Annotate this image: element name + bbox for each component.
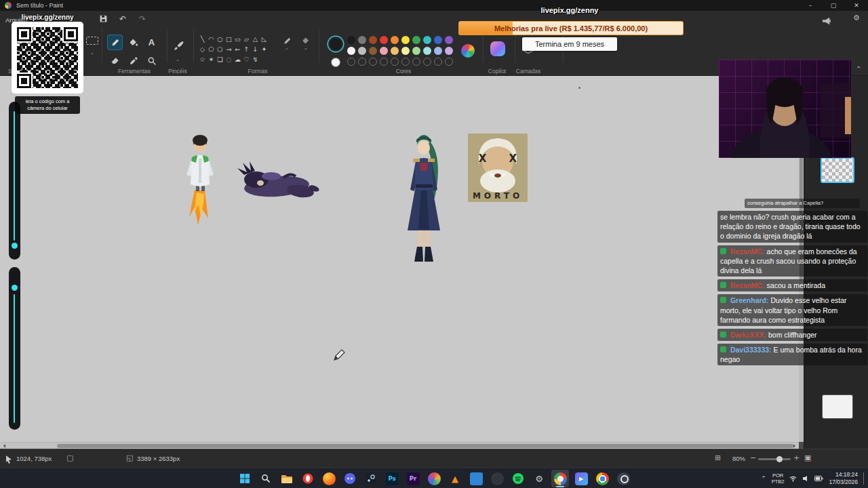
taskbar-app-premiere[interactable]: Pr	[404, 470, 422, 487]
layer-thumbnail-background[interactable]	[822, 394, 853, 419]
taskbar-app-firefox[interactable]	[320, 470, 338, 487]
taskbar-app-steam[interactable]	[362, 470, 380, 487]
palette-empty-slot[interactable]	[391, 58, 399, 66]
select-caret-icon[interactable]: ⌄	[90, 50, 94, 56]
palette-color[interactable]	[380, 47, 388, 55]
palette-color[interactable]	[347, 47, 355, 55]
feedback-icon[interactable]	[822, 16, 831, 28]
shape-rect-callout-icon[interactable]: ❏	[216, 54, 224, 64]
stream-slider-top[interactable]	[9, 102, 20, 260]
shape-oval-callout-icon[interactable]: ◌	[224, 54, 233, 64]
foreground-color-well[interactable]	[330, 38, 342, 50]
clock[interactable]: 14:18:24 17/03/2026	[829, 471, 858, 485]
shape-right-arrow-icon[interactable]: →	[224, 44, 233, 54]
shape-five-point-star-icon[interactable]: ☆	[198, 54, 207, 64]
shape-cloud-callout-icon[interactable]: ☁	[233, 54, 242, 64]
background-color-well[interactable]	[331, 58, 340, 67]
shape-right-triangle-icon[interactable]: ◺	[260, 34, 269, 44]
save-icon[interactable]	[99, 14, 108, 25]
color-picker-tool[interactable]	[125, 53, 141, 68]
shape-six-point-star-icon[interactable]: ✶	[207, 54, 216, 64]
scroll-right-icon[interactable]	[793, 444, 797, 448]
palette-color[interactable]	[347, 36, 355, 44]
stream-slider-bottom[interactable]	[9, 267, 20, 430]
shape-heart-icon[interactable]: ♡	[242, 54, 251, 64]
brushes-caret-icon[interactable]: ⌄	[176, 57, 180, 62]
minimize-button[interactable]: –	[799, 0, 822, 11]
wifi-icon[interactable]	[789, 475, 797, 482]
palette-empty-slot[interactable]	[445, 58, 453, 66]
eraser-tool[interactable]	[107, 53, 123, 68]
zoom-level-value[interactable]: 80%	[732, 455, 745, 462]
taskbar-app-vscode[interactable]	[467, 470, 485, 487]
palette-color[interactable]	[412, 36, 420, 44]
taskbar-app-media[interactable]: ▶	[572, 470, 590, 487]
shape-triangle-icon[interactable]: △	[251, 34, 260, 44]
palette-color[interactable]	[445, 47, 453, 55]
settings-gear-icon[interactable]: ⚙	[853, 14, 860, 22]
palette-empty-slot[interactable]	[347, 58, 355, 66]
palette-color[interactable]	[369, 36, 377, 44]
palette-empty-slot[interactable]	[358, 58, 366, 66]
show-desktop-button[interactable]	[863, 472, 865, 485]
shape-four-point-star-icon[interactable]: ✦	[260, 44, 269, 54]
taskbar-app-opera[interactable]	[299, 470, 317, 487]
shape-oval-icon[interactable]: ○	[216, 34, 224, 44]
taskbar-app-chrome[interactable]	[593, 470, 611, 487]
palette-color[interactable]	[412, 47, 420, 55]
shape-rounded-rectangle-icon[interactable]: ▭	[233, 34, 242, 44]
shape-curve-icon[interactable]: ◠	[207, 34, 216, 44]
taskbar-app-paint-active[interactable]	[551, 470, 569, 487]
fill-tool[interactable]	[125, 35, 141, 50]
taskbar-app-photoshop[interactable]: Ps	[383, 470, 401, 487]
palette-color[interactable]	[358, 36, 366, 44]
hscroll-thumb[interactable]	[57, 444, 793, 448]
shape-fill-button[interactable]: ⌄	[298, 37, 313, 56]
shape-hexagon-icon[interactable]: ⬡	[216, 44, 224, 54]
shape-diamond-icon[interactable]: ◇	[198, 44, 207, 54]
copilot-icon[interactable]	[490, 41, 505, 56]
pencil-tool[interactable]	[107, 35, 123, 50]
scroll-left-icon[interactable]	[1, 444, 5, 448]
taskbar-app-obs[interactable]	[614, 470, 632, 487]
palette-color[interactable]	[369, 47, 377, 55]
palette-color[interactable]	[434, 36, 442, 44]
palette-color[interactable]	[445, 36, 453, 44]
palette-color[interactable]	[423, 47, 431, 55]
fit-to-screen-button[interactable]: ▣	[804, 453, 811, 462]
palette-empty-slot[interactable]	[423, 58, 431, 66]
maximize-button[interactable]: ▢	[822, 0, 845, 11]
palette-color[interactable]	[358, 47, 366, 55]
zoom-in-button[interactable]: +	[793, 453, 800, 462]
taskbar-app-settings[interactable]: ⚙	[530, 470, 548, 487]
edit-colors-button[interactable]	[461, 44, 475, 58]
taskbar-app-github[interactable]	[488, 470, 506, 487]
palette-empty-slot[interactable]	[412, 58, 420, 66]
palette-color[interactable]	[401, 36, 410, 44]
palette-empty-slot[interactable]	[401, 58, 410, 66]
zoom-out-button[interactable]: −	[750, 453, 756, 462]
taskbar-app-start[interactable]	[236, 470, 254, 487]
palette-color[interactable]	[391, 47, 399, 55]
shape-down-arrow-icon[interactable]: ↓	[251, 44, 260, 54]
palette-empty-slot[interactable]	[380, 58, 388, 66]
taskbar-app-vlc[interactable]: ▲	[446, 470, 464, 487]
shape-lightning-icon[interactable]: ↯	[251, 54, 260, 64]
palette-color[interactable]	[391, 36, 399, 44]
palette-color[interactable]	[423, 36, 431, 44]
magnifier-tool[interactable]	[144, 53, 159, 68]
drawing-canvas[interactable]: X X MORTO	[0, 76, 799, 442]
text-tool[interactable]: A	[144, 35, 159, 50]
battery-icon[interactable]	[814, 476, 823, 481]
horizontal-scrollbar[interactable]	[0, 442, 799, 449]
shape-outline-button[interactable]: ⌄	[279, 37, 294, 56]
grid-toggle-icon[interactable]: ⊞	[715, 453, 721, 462]
select-tool-icon[interactable]	[86, 37, 98, 45]
language-indicator[interactable]: POR PTB2	[772, 472, 785, 485]
tray-chevron-icon[interactable]: ⌃	[761, 475, 766, 482]
taskbar-app-spotify[interactable]	[509, 470, 527, 487]
redo-icon[interactable]: ↷	[139, 14, 146, 24]
taskbar-app-color-app[interactable]	[425, 470, 443, 487]
shape-pentagon-icon[interactable]: ⬠	[207, 44, 216, 54]
volume-icon[interactable]	[802, 475, 809, 482]
